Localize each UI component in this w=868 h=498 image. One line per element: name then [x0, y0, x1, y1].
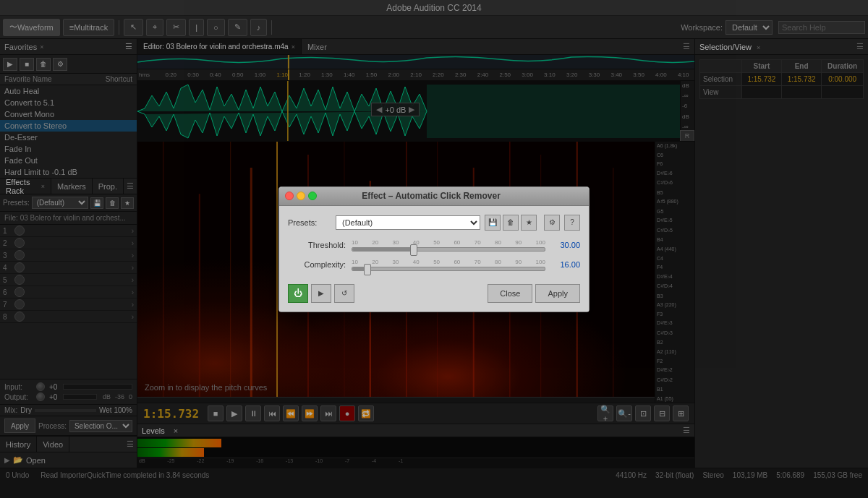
threshold-fill [352, 248, 410, 251]
modal-loop-btn[interactable]: ↺ [334, 284, 354, 303]
threshold-track[interactable] [352, 247, 545, 252]
threshold-label: Threshold: [288, 241, 346, 249]
modal-preset-buttons: 💾 🗑 ★ [485, 215, 537, 231]
modal-body: Presets: (Default) 💾 🗑 ★ ⚙ ? Threshold: [279, 206, 589, 312]
complexity-track[interactable] [352, 267, 545, 271]
modal-presets-select[interactable]: (Default) [336, 215, 480, 230]
modal-presets-row: Presets: (Default) 💾 🗑 ★ ⚙ ? [288, 215, 580, 231]
complexity-fill [352, 267, 364, 270]
modal-presets-label: Presets: [288, 218, 331, 227]
modal-left-buttons: ⏻ ▶ ↺ [288, 284, 354, 303]
modal-help-btn[interactable]: ? [564, 215, 580, 231]
complexity-thumb[interactable] [364, 264, 371, 275]
complexity-section: Complexity: 10 20 30 40 50 60 70 80 90 [288, 259, 580, 271]
modal-apply-button[interactable]: Apply [535, 284, 580, 303]
modal-preview-btn[interactable]: ▶ [311, 284, 331, 303]
complexity-label: Complexity: [288, 260, 346, 269]
modal-preset-save-btn[interactable]: 💾 [485, 215, 501, 231]
modal-settings-btn[interactable]: ⚙ [544, 215, 560, 231]
complexity-slider-container[interactable]: 10 20 30 40 50 60 70 80 90 100 [352, 259, 545, 271]
modal-titlebar: Effect – Automatic Click Remover [279, 187, 589, 206]
complexity-ticks: 10 20 30 40 50 60 70 80 90 100 [352, 259, 545, 265]
complexity-value: 16.00 [551, 260, 580, 269]
threshold-section: Threshold: 10 20 30 40 50 60 70 80 90 [288, 239, 580, 252]
modal-power-btn[interactable]: ⏻ [288, 284, 308, 303]
modal-footer: ⏻ ▶ ↺ Close Apply [288, 278, 580, 303]
modal-preset-del-btn[interactable]: 🗑 [503, 215, 519, 231]
threshold-slider-container[interactable]: 10 20 30 40 50 60 70 80 90 100 [352, 239, 545, 252]
modal-title: Effect – Automatic Click Remover [279, 191, 583, 201]
modal-close-button[interactable]: Close [488, 284, 532, 303]
threshold-thumb[interactable] [410, 244, 417, 256]
threshold-ticks: 10 20 30 40 50 60 70 80 90 100 [352, 239, 545, 246]
modal-preset-fav-btn[interactable]: ★ [521, 215, 537, 231]
modal-right-buttons: Close Apply [488, 284, 580, 303]
threshold-value: 30.00 [551, 241, 580, 249]
effect-modal: Effect – Automatic Click Remover Presets… [278, 186, 590, 312]
threshold-row: Threshold: 10 20 30 40 50 60 70 80 90 [288, 239, 580, 252]
modal-overlay: Effect – Automatic Click Remover Presets… [0, 0, 868, 498]
complexity-row: Complexity: 10 20 30 40 50 60 70 80 90 [288, 259, 580, 271]
